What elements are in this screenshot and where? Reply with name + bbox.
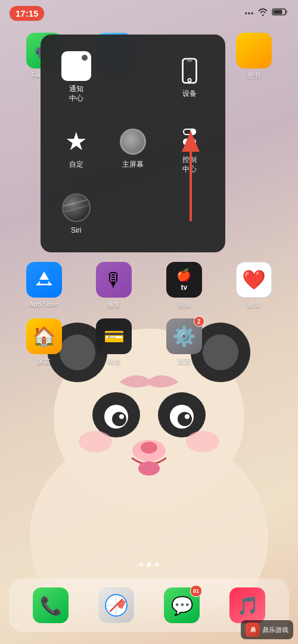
battery-icon <box>272 8 288 18</box>
svg-point-16 <box>138 461 160 476</box>
wifi-icon <box>257 8 268 18</box>
context-menu-grid: 通知中心 设备 ★ 自定 <box>50 44 216 243</box>
svg-point-12 <box>119 414 124 419</box>
siri-icon <box>61 193 91 223</box>
dot-3 <box>155 562 159 567</box>
menu-item-homescreen[interactable]: 主屏幕 <box>107 115 159 181</box>
svg-point-17 <box>79 431 112 452</box>
app-appstore[interactable]: App Store <box>20 262 68 310</box>
app-settings[interactable]: ⚙️ 2 设置 <box>160 318 208 366</box>
menu-item-controlcenter[interactable]: 控制中心 <box>164 115 216 181</box>
app-row-4: 🏠 家庭 💳 钱包 ⚙️ 2 设置 <box>0 318 298 366</box>
svg-rect-22 <box>183 59 197 83</box>
controlcenter-label: 控制中心 <box>182 155 197 174</box>
siri-label: Siri <box>71 226 81 236</box>
dock-music[interactable]: 🎵 <box>224 587 271 623</box>
menu-empty-center <box>107 44 159 110</box>
star-icon: ★ <box>61 127 91 157</box>
status-bar: 17:15 ▪▪▪ <box>0 0 298 26</box>
notification-center-label: 通知中心 <box>69 85 83 103</box>
dock-phone[interactable]: 📞 <box>27 587 74 623</box>
app-empty-slot <box>230 318 278 366</box>
watermark-text: 鼎乐游戏 <box>262 626 288 634</box>
menu-item-notification[interactable]: 通知中心 <box>50 44 102 110</box>
svg-rect-23 <box>187 60 193 61</box>
customize-label: 自定 <box>69 160 83 170</box>
context-menu: 通知中心 设备 ★ 自定 <box>41 35 225 252</box>
app-wallet[interactable]: 💳 钱包 <box>90 318 138 366</box>
svg-rect-20 <box>285 11 287 14</box>
status-time: 17:15 <box>10 6 44 21</box>
svg-point-24 <box>188 79 191 82</box>
device-icon <box>175 56 204 86</box>
page-dots <box>139 562 159 567</box>
dock-messages[interactable]: 💬 81 <box>158 587 206 623</box>
watermark-logo: 鼎 <box>246 623 260 637</box>
svg-rect-21 <box>274 10 283 14</box>
svg-point-18 <box>186 431 219 452</box>
dot-1 <box>139 562 144 567</box>
app-podcasts[interactable]: 🎙 播客 <box>90 262 138 310</box>
settings-badge: 2 <box>194 316 204 327</box>
controlcenter-icon <box>175 122 204 152</box>
svg-point-10 <box>112 412 126 426</box>
svg-point-13 <box>185 414 190 419</box>
messages-badge: 81 <box>190 585 202 597</box>
svg-point-15 <box>141 442 157 454</box>
menu-item-device[interactable]: 设备 <box>164 44 216 110</box>
watermark: 鼎 鼎乐游戏 <box>241 620 293 639</box>
app-health[interactable]: ❤️ 健康 <box>230 262 278 310</box>
device-label: 设备 <box>182 89 197 99</box>
dot-2-active <box>147 562 151 567</box>
app-home[interactable]: 🏠 家庭 <box>20 318 68 366</box>
signal-icon: ▪▪▪ <box>244 9 254 17</box>
menu-item-siri[interactable]: Siri <box>50 186 102 243</box>
menu-item-customize[interactable]: ★ 自定 <box>50 115 102 181</box>
dock-safari[interactable] <box>92 587 140 623</box>
app-books[interactable]: 图书 <box>230 33 278 80</box>
app-row-3: App Store 🎙 播客 🍎 tv 视频 ❤️ 健康 <box>0 262 298 310</box>
homescreen-label: 主屏幕 <box>122 160 144 170</box>
app-appletv[interactable]: 🍎 tv 视频 <box>160 262 208 310</box>
notification-center-icon <box>61 51 91 81</box>
status-icons: ▪▪▪ <box>244 8 288 18</box>
homescreen-icon <box>118 127 148 157</box>
svg-point-11 <box>178 412 192 426</box>
